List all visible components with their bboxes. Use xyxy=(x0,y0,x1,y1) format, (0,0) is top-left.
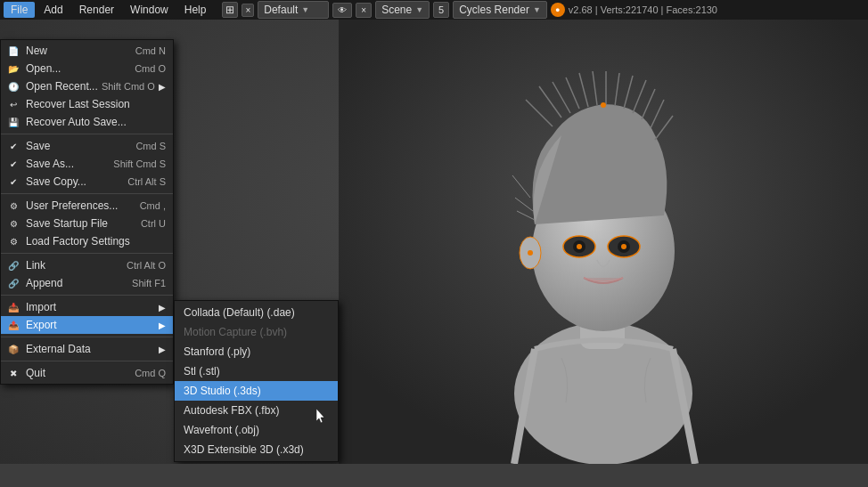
menu-item-external-data[interactable]: 📦 External Data ▶ xyxy=(1,340,173,358)
main-viewport: 📄 New Cmd N 📂 Open... Cmd O 🕐 Open Recen… xyxy=(0,20,868,464)
svg-point-11 xyxy=(528,250,533,256)
recover-last-icon: ↩ xyxy=(6,97,20,111)
factory-icon: ⚙ xyxy=(6,234,20,248)
viewport-close[interactable]: × xyxy=(356,3,372,18)
save-startup-icon: ⚙ xyxy=(6,216,20,231)
export-autodesk-fbx[interactable]: Autodesk FBX (.fbx) xyxy=(175,401,338,420)
quit-icon: ✖ xyxy=(6,366,20,380)
separator-1 xyxy=(1,134,173,134)
export-stl[interactable]: Stl (.stl) xyxy=(175,361,338,381)
menu-item-append[interactable]: 🔗 Append Shift F1 xyxy=(1,274,173,292)
screen-layout-close[interactable]: × xyxy=(242,4,254,17)
render-engine-dropdown[interactable]: Cycles Render ▼ xyxy=(453,1,547,19)
recover-auto-icon: 💾 xyxy=(6,115,20,129)
export-x3d[interactable]: X3D Extensible 3D (.x3d) xyxy=(175,440,338,459)
separator-5 xyxy=(1,337,173,337)
export-icon: 📤 xyxy=(6,318,20,332)
separator-6 xyxy=(1,361,173,361)
save-copy-icon: ✔ xyxy=(6,175,20,189)
menu-item-export[interactable]: 📤 Export ▶ xyxy=(1,316,173,334)
open-icon: 📂 xyxy=(6,61,20,76)
svg-point-12 xyxy=(577,244,582,249)
save-icon: ✔ xyxy=(6,139,20,153)
menu-item-load-factory[interactable]: ⚙ Load Factory Settings xyxy=(1,232,173,250)
menu-add[interactable]: Add xyxy=(37,2,70,18)
export-arrow-icon: ▶ xyxy=(159,321,166,330)
export-wavefront[interactable]: Wavefront (.obj) xyxy=(175,420,338,440)
menu-help[interactable]: Help xyxy=(177,2,214,18)
menu-item-open-recent[interactable]: 🕐 Open Recent... Shift Cmd O ▶ xyxy=(1,77,173,95)
external-arrow-icon: ▶ xyxy=(159,345,166,354)
menu-item-quit[interactable]: ✖ Quit Cmd Q xyxy=(1,364,173,382)
menu-item-save-startup[interactable]: ⚙ Save Startup File Ctrl U xyxy=(1,215,173,232)
menu-item-link[interactable]: 🔗 Link Ctrl Alt O xyxy=(1,256,173,274)
menu-item-save[interactable]: ✔ Save Cmd S xyxy=(1,137,173,155)
append-icon: 🔗 xyxy=(6,276,20,290)
link-icon: 🔗 xyxy=(6,258,20,272)
import-icon: 📥 xyxy=(6,300,20,314)
export-stanford[interactable]: Stanford (.ply) xyxy=(175,342,338,361)
menu-item-recover-last[interactable]: ↩ Recover Last Session xyxy=(1,95,173,113)
separator-2 xyxy=(1,193,173,194)
version-info: v2.68 | Verts:221740 | Faces:2130 xyxy=(569,4,717,15)
character-viewport xyxy=(339,20,868,464)
menu-bar: File Add Render Window Help ⊞ × Default … xyxy=(0,0,868,20)
menu-window[interactable]: Window xyxy=(123,2,176,18)
separator-4 xyxy=(1,295,173,296)
menu-item-open[interactable]: 📂 Open... Cmd O xyxy=(1,60,173,77)
svg-point-14 xyxy=(601,102,606,108)
save-as-icon: ✔ xyxy=(6,157,20,171)
screen-layout-dropdown[interactable]: Default ▼ xyxy=(258,1,329,19)
file-dropdown-menu: 📄 New Cmd N 📂 Open... Cmd O 🕐 Open Recen… xyxy=(0,39,174,385)
export-submenu: Collada (Default) (.dae) Motion Capture … xyxy=(174,300,339,462)
menu-file[interactable]: File xyxy=(4,2,35,18)
import-arrow-icon: ▶ xyxy=(159,303,166,312)
screen-layout-icon[interactable]: ⊞ xyxy=(222,2,238,18)
menu-item-import[interactable]: 📥 Import ▶ xyxy=(1,298,173,316)
export-collada[interactable]: Collada (Default) (.dae) xyxy=(175,303,338,322)
menu-item-new[interactable]: 📄 New Cmd N xyxy=(1,42,173,60)
arrow-icon: ▶ xyxy=(159,82,166,92)
export-motion-capture: Motion Capture (.bvh) xyxy=(175,322,338,342)
scene-dropdown[interactable]: Scene ▼ xyxy=(375,1,430,19)
blender-logo: ● xyxy=(551,3,565,17)
prefs-icon: ⚙ xyxy=(6,199,20,213)
menu-item-save-as[interactable]: ✔ Save As... Shift Cmd S xyxy=(1,155,173,173)
svg-point-13 xyxy=(621,244,626,249)
menu-render[interactable]: Render xyxy=(72,2,121,18)
menu-item-recover-auto[interactable]: 💾 Recover Auto Save... xyxy=(1,113,173,131)
scene-num: 5 xyxy=(433,2,449,18)
viewport-icon[interactable]: 👁 xyxy=(332,3,352,18)
menu-item-save-copy[interactable]: ✔ Save Copy... Ctrl Alt S xyxy=(1,173,173,191)
recent-icon: 🕐 xyxy=(6,79,20,93)
menu-item-user-prefs[interactable]: ⚙ User Preferences... Cmd , xyxy=(1,197,173,215)
new-icon: 📄 xyxy=(6,44,20,58)
separator-3 xyxy=(1,253,173,254)
external-data-icon: 📦 xyxy=(6,342,20,356)
export-3d-studio[interactable]: 3D Studio (.3ds) xyxy=(175,381,338,401)
